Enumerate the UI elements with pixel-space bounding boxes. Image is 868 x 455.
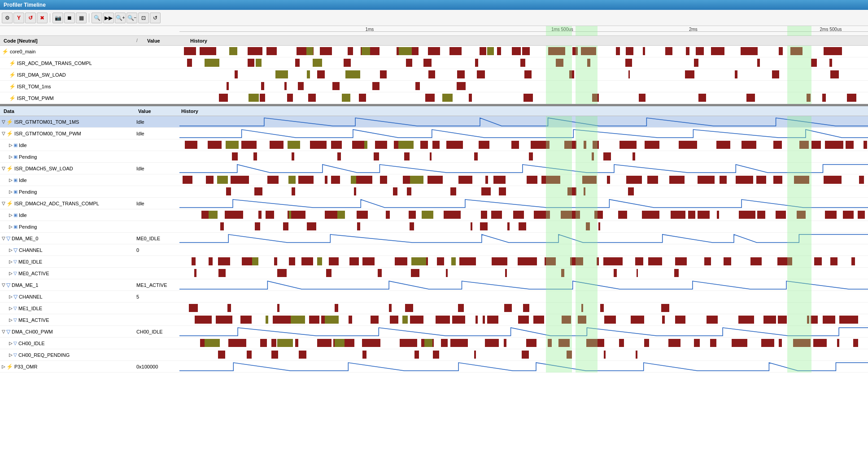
code-row-history xyxy=(179,81,868,92)
data-row-history xyxy=(179,244,868,256)
zoom-reset-btn[interactable]: ↺ xyxy=(150,13,161,23)
data-row-name: DMA_CH00_PWM xyxy=(12,329,53,334)
data-row-history xyxy=(179,221,868,233)
data-row-history xyxy=(179,139,868,151)
refresh-btn[interactable]: ↺ xyxy=(25,13,36,23)
data-row[interactable]: ▷ ▽ CHANNEL 0 xyxy=(0,244,868,256)
nav-btn[interactable]: ▶▶ xyxy=(103,13,114,23)
data-row[interactable]: ▷ ▽ ME0_ACTIVE xyxy=(0,268,868,279)
signal-icon: ▽ xyxy=(13,259,17,264)
data-row[interactable]: ▷ ⚡ P33_OMR 0x100000 xyxy=(0,361,868,373)
data-row[interactable]: ▷ ▣ Pending xyxy=(0,151,868,163)
data-row-history xyxy=(179,198,868,209)
data-row-history xyxy=(179,361,868,373)
isr-icon: ⚡ xyxy=(6,165,13,172)
data-row[interactable]: ▷ ▽ ME0_IDLE xyxy=(0,256,868,268)
expand-icon[interactable]: ▽ xyxy=(2,131,5,136)
title-bar: Profiler Timeline xyxy=(0,0,868,10)
state-icon: ▣ xyxy=(13,154,17,159)
code-row[interactable]: ⚡ core0_main xyxy=(0,46,868,57)
expand-icon[interactable]: ▽ xyxy=(2,282,5,287)
data-row[interactable]: ▽ ⚡ ISR_GTMTOM00_TOM_PWM Idle xyxy=(0,128,868,139)
data-row[interactable]: ▷ ▣ Pending xyxy=(0,221,868,233)
signal-icon: ▽ xyxy=(13,271,17,276)
isr-icon: ⚡ xyxy=(6,130,13,137)
data-row[interactable]: ▷ ▣ Idle xyxy=(0,209,868,221)
data-row[interactable]: ▷ ▽ CH00_REQ_PENDING xyxy=(0,349,868,361)
data-row-history xyxy=(179,303,868,314)
data-row-name: CHANNEL xyxy=(19,294,43,299)
expand-icon[interactable]: ▷ xyxy=(9,154,13,159)
data-row-history xyxy=(179,349,868,361)
data-row-name: Idle xyxy=(19,178,27,183)
code-row-name: core0_main xyxy=(10,49,35,54)
data-row-value: Idle xyxy=(135,131,179,136)
cpu-icon: ⚡ xyxy=(2,48,9,55)
config-btn[interactable]: ▦ xyxy=(76,13,87,23)
data-row[interactable]: ▷ ▣ Pending xyxy=(0,186,868,198)
data-row[interactable]: ▷ ▽ ME1_ACTIVE xyxy=(0,314,868,326)
expand-icon[interactable]: ▷ xyxy=(9,143,13,147)
data-row-value: 0 xyxy=(135,247,179,253)
zoom-fit-btn[interactable]: ⊡ xyxy=(138,13,149,23)
data-row[interactable]: ▷ ▽ CH00_IDLE xyxy=(0,338,868,349)
expand-icon[interactable]: ▷ xyxy=(9,189,13,194)
state-icon: ▣ xyxy=(13,189,17,194)
data-row-name: Idle xyxy=(19,143,27,148)
record-btn[interactable]: 📷 xyxy=(52,13,63,23)
data-row-history xyxy=(179,338,868,349)
code-row[interactable]: ⚡ ISR_TOM_PWM xyxy=(0,92,868,104)
expand-icon[interactable]: ▷ xyxy=(2,364,5,369)
expand-icon[interactable]: ▽ xyxy=(2,119,5,124)
expand-icon[interactable]: ▷ xyxy=(9,247,13,252)
data-row-history xyxy=(179,291,868,303)
data-row-history xyxy=(179,268,868,279)
data-row[interactable]: ▽ ▽ DMA_ME_1 ME1_ACTIVE xyxy=(0,279,868,291)
expand-icon[interactable]: ▽ xyxy=(2,201,5,206)
expand-icon[interactable]: ▷ xyxy=(9,352,13,357)
expand-icon[interactable]: ▷ xyxy=(9,306,13,311)
dma-icon: ▽ xyxy=(6,235,10,242)
data-row-history xyxy=(179,186,868,198)
expand-icon[interactable]: ▷ xyxy=(9,271,13,276)
expand-icon[interactable]: ▷ xyxy=(9,294,13,299)
isr-icon: ⚡ xyxy=(9,60,16,66)
stop-btn[interactable]: ⏹ xyxy=(64,13,75,23)
search-btn[interactable]: 🔍 xyxy=(92,13,102,23)
code-row[interactable]: ⚡ ISR_ADC_DMA_TRANS_COMPL xyxy=(0,57,868,69)
zoom-in-btn[interactable]: 🔍+ xyxy=(115,13,126,23)
data-row-name: ME0_IDLE xyxy=(18,259,42,264)
expand-icon[interactable]: ▷ xyxy=(9,341,13,346)
zoom-out-btn[interactable]: 🔍− xyxy=(126,13,137,23)
expand-icon[interactable]: ▷ xyxy=(9,212,13,217)
settings-btn[interactable]: ⚙ xyxy=(2,13,13,23)
data-row-name: CH00_REQ_PENDING xyxy=(18,352,70,358)
data-row[interactable]: ▽ ⚡ ISR_GTMTOM01_TOM_1MS Idle xyxy=(0,116,868,128)
expand-icon[interactable]: ▽ xyxy=(2,329,5,334)
filter-btn[interactable]: Y xyxy=(13,13,24,23)
expand-icon[interactable]: ▷ xyxy=(9,178,13,182)
data-row[interactable]: ▽ ⚡ ISR_DMACH2_ADC_TRANS_COMPL Idle xyxy=(0,198,868,209)
code-row-history xyxy=(179,92,868,104)
code-row[interactable]: ⚡ ISR_TOM_1ms xyxy=(0,81,868,92)
data-row-history xyxy=(179,163,868,174)
expand-icon[interactable]: ▷ xyxy=(9,224,13,229)
clear-btn[interactable]: ✖ xyxy=(37,13,48,23)
expand-icon[interactable]: ▷ xyxy=(9,317,13,322)
expand-icon[interactable]: ▷ xyxy=(9,259,13,264)
data-row-history xyxy=(179,314,868,326)
data-row-name: ISR_DMACH5_SW_LOAD xyxy=(14,166,73,171)
expand-icon[interactable]: ▽ xyxy=(2,236,5,241)
isr-icon: ⚡ xyxy=(6,364,13,370)
data-row[interactable]: ▽ ▽ DMA_ME_0 ME0_IDLE xyxy=(0,233,868,244)
data-row[interactable]: ▷ ▽ CHANNEL 5 xyxy=(0,291,868,303)
data-rows: ▽ ⚡ ISR_GTMTOM01_TOM_1MS Idle ▽ ⚡ ISR_GT… xyxy=(0,116,868,455)
expand-icon[interactable]: ▽ xyxy=(2,166,5,171)
code-row[interactable]: ⚡ ISR_DMA_SW_LOAD xyxy=(0,69,868,81)
data-row[interactable]: ▽ ▽ DMA_CH00_PWM CH00_IDLE xyxy=(0,326,868,338)
data-row[interactable]: ▷ ▽ ME1_IDLE xyxy=(0,303,868,314)
data-row[interactable]: ▷ ▣ Idle xyxy=(0,139,868,151)
data-row[interactable]: ▽ ⚡ ISR_DMACH5_SW_LOAD Idle xyxy=(0,163,868,174)
isr-icon: ⚡ xyxy=(9,95,16,101)
data-row[interactable]: ▷ ▣ Idle xyxy=(0,174,868,186)
